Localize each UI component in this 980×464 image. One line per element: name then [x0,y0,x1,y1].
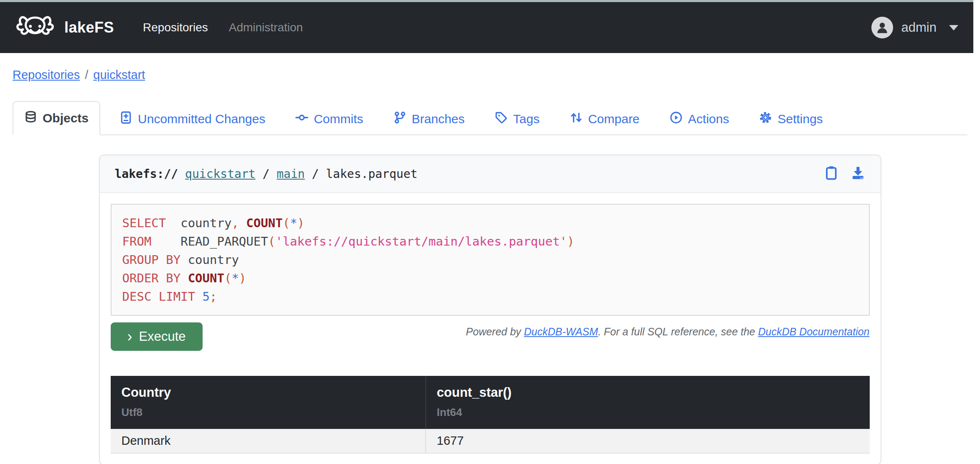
powered-by-middle: . For a full SQL reference, see the [598,326,758,337]
tab-actions[interactable]: Actions [659,103,740,135]
tab-settings[interactable]: Settings [748,103,833,135]
tab-commits[interactable]: Commits [284,103,374,135]
object-actions [824,165,866,182]
breadcrumb-repositories-link[interactable]: Repositories [13,68,80,81]
tab-objects[interactable]: Objects [13,101,100,135]
gear-icon [759,111,772,127]
tab-compare[interactable]: Compare [559,103,650,135]
play-circle-icon [670,111,683,127]
person-circle-icon [871,17,893,38]
brand-home-link[interactable]: lakeFS [13,11,114,44]
nav-item-administration[interactable]: Administration [229,21,303,34]
column-type: Int64 [437,406,859,419]
username-label: admin [901,20,937,35]
path-separator: / [305,167,326,181]
sql-line: SELECT country, COUNT(*) [122,214,858,232]
object-viewer-card: lakefs:// quickstart / main / lakes.parq… [99,155,881,464]
axolotl-logo-icon [13,11,58,44]
repository-tabs: Objects Uncommitted Changes Commits [13,101,967,135]
path-repo-link[interactable]: quickstart [185,167,256,181]
column-name: count_star() [437,385,859,400]
sql-line: GROUP BY country [122,251,858,269]
path-separator: / [256,167,277,181]
tab-tags[interactable]: Tags [484,103,550,135]
sql-line: FROM READ_PARQUET('lakefs://quickstart/m… [122,232,858,251]
caret-down-icon [949,25,958,30]
path-ref-link[interactable]: main [277,167,305,181]
branch-icon [394,111,406,127]
object-path: lakefs:// quickstart / main / lakes.parq… [115,167,418,181]
object-viewer-body: SELECT country, COUNT(*) FROM READ_PARQU… [100,193,881,464]
tag-icon [495,111,508,127]
path-space [178,167,185,181]
object-path-bar: lakefs:// quickstart / main / lakes.parq… [100,155,881,193]
execute-label: Execute [139,329,186,344]
tab-branches[interactable]: Branches [383,103,476,135]
tab-label: Uncommitted Changes [138,112,265,126]
column-name: Country [122,385,414,400]
tab-label: Commits [314,112,363,126]
path-scheme: lakefs:// [115,167,178,181]
database-icon [24,110,37,126]
actions-row: › Execute Powered by DuckDB-WASM. For a … [111,322,870,351]
powered-by-note: Powered by DuckDB-WASM. For a full SQL r… [466,326,869,338]
user-menu[interactable]: admin [871,17,958,38]
compare-arrows-icon [570,111,583,127]
cell-country: Denmark [111,429,426,453]
tab-label: Branches [412,112,465,126]
tab-label: Compare [588,112,640,126]
nav-item-repositories[interactable]: Repositories [143,21,208,34]
duckdb-docs-link[interactable]: DuckDB Documentation [758,326,870,337]
download-icon[interactable] [851,165,866,182]
column-header-count-star: count_star() Int64 [426,376,870,429]
column-type: Utf8 [122,406,414,419]
tab-label: Settings [777,112,823,126]
brand-name: lakeFS [64,19,114,36]
powered-by-prefix: Powered by [466,326,524,337]
cell-count: 1677 [426,429,870,453]
sql-editor[interactable]: SELECT country, COUNT(*) FROM READ_PARQU… [111,204,870,316]
commit-icon [295,111,308,127]
tab-label: Actions [688,112,729,126]
breadcrumb-separator: / [85,68,88,81]
breadcrumb: Repositories/quickstart [13,68,980,82]
path-file-name: lakes.parquet [326,167,417,181]
tab-uncommitted-changes[interactable]: Uncommitted Changes [109,103,276,135]
file-diff-icon [119,111,132,127]
tab-label: Objects [43,111,89,125]
query-results-table: Country Utf8 count_star() Int64 Denmark … [111,376,870,454]
chevron-right-icon: › [127,331,132,342]
navbar: lakeFS Repositories Administration admin [0,2,973,53]
clipboard-icon[interactable] [824,165,839,182]
table-row: Denmark 1677 [111,429,870,453]
sql-line: DESC LIMIT 5; [122,287,858,306]
tab-label: Tags [513,112,539,126]
execute-button[interactable]: › Execute [111,322,203,351]
sql-line: ORDER BY COUNT(*) [122,269,858,287]
column-header-country: Country Utf8 [111,376,426,429]
duckdb-wasm-link[interactable]: DuckDB-WASM [524,326,598,337]
breadcrumb-quickstart-link[interactable]: quickstart [93,68,145,81]
results-header-row: Country Utf8 count_star() Int64 [111,376,870,429]
